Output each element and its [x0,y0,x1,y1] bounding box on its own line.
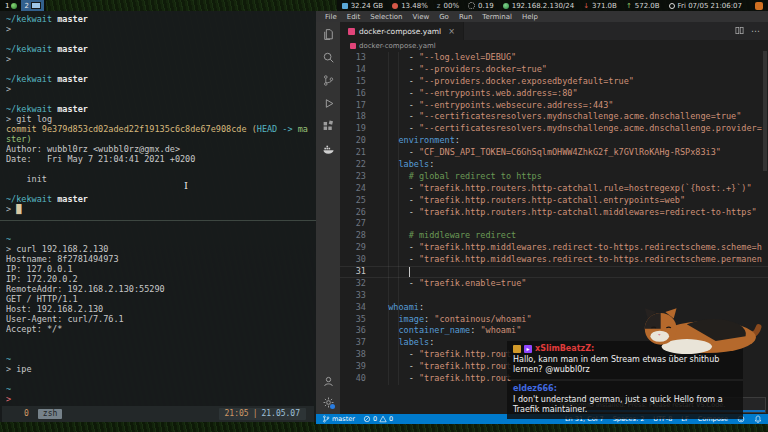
menu-run[interactable]: Run [454,13,477,21]
code-text: image: "containous/whoami" [378,314,532,326]
workspace-1[interactable]: 1 [2,0,20,11]
terminal-line: > curl 192.168.2.130 [6,244,314,254]
cat-image [628,298,768,354]
gift-badge-icon [513,345,521,353]
terminal-line [6,344,314,354]
stat-value: 0.19 [478,2,494,10]
stat-memory: 32.24 GB [342,2,384,10]
line-number: 35 [340,314,378,326]
line-number: 37 [340,337,378,349]
extensions-icon[interactable] [321,119,335,133]
terminal-line: > ipe [6,364,314,374]
terminal-line: > git log [6,114,314,124]
menu-terminal[interactable]: Terminal [477,13,517,21]
activity-bar [316,22,340,414]
globe-icon [11,3,17,9]
workspace-label: 1 [5,2,9,10]
terminal-line [6,164,314,174]
code-text: - "traefik.http.routers.http-catchall.en… [378,195,685,207]
code-line: 19 - "--certificatesresolvers.mydnschall… [340,123,768,135]
code-line: 31 [340,266,768,278]
line-number: 40 [340,373,378,385]
line-number: 39 [340,361,378,373]
download-icon: ↓ [583,3,589,9]
breadcrumb[interactable]: docker-compose.yaml [340,40,768,51]
menu-view[interactable]: View [408,13,435,21]
terminal-line [6,64,314,74]
editor-scrollbar[interactable] [763,51,767,171]
source-control-icon[interactable] [321,73,335,87]
line-number: 20 [340,135,378,147]
account-icon[interactable] [321,374,335,388]
vscode-menu-bar: FileEditSelectionViewGoRunTerminalHelp [316,11,768,22]
terminal-line: Author: wubbl0rz <wubbl0rz@gmx.de> [6,144,314,154]
code-text: - "CF_DNS_API_TOKEN=C6GhSqlmOHWW4ZhkG2f_… [378,147,721,159]
code-line: 23 # global redirect to https [340,171,768,183]
more-actions-icon[interactable]: ⋯ [751,26,760,36]
chat-username: xSlimBeatzZ: [535,344,594,354]
clock-icon [669,3,675,9]
menu-edit[interactable]: Edit [342,13,366,21]
line-number: 34 [340,302,378,314]
terminal-line [6,34,314,44]
stat-upload: ↑572.0B [626,2,660,10]
tab-docker-compose[interactable]: docker-compose.yaml × [340,22,464,40]
network-icon [503,3,509,9]
workspace-label: 2 [24,2,28,10]
tmux-separator: | [253,409,258,419]
workspace-2[interactable]: 2 [21,0,43,11]
tmux-window-index[interactable]: 0 [24,409,29,419]
stat-value: 13.48% [401,2,428,10]
code-text: labels: [378,337,434,349]
chat-message-text: Hallo, kann man in dem Stream etwas über… [513,355,737,375]
terminal-pane-top[interactable]: ~/kekwait master> ~/kekwait master> ~/ke… [6,14,314,216]
terminal-line: ~ [6,384,314,394]
tmux-window-name[interactable]: zsh [38,409,62,419]
line-number: 25 [340,195,378,207]
menu-go[interactable]: Go [434,13,454,21]
split-editor-icon[interactable] [735,26,744,37]
run-debug-icon[interactable] [321,96,335,110]
video-badge-icon: ▸ [524,345,532,353]
terminal-line [6,334,314,344]
git-branch-indicator[interactable]: master [322,415,355,423]
docker-icon[interactable] [321,142,335,156]
terminal-window[interactable]: ~/kekwait master> ~/kekwait master> ~/ke… [0,11,316,422]
terminal-line: IP: 172.20.0.2 [6,274,314,284]
code-text: - "--log.level=DEBUG" [378,52,516,64]
code-text: - "--entrypoints.websecure.address=:443" [378,100,613,112]
explorer-icon[interactable] [321,27,335,41]
warning-icon [379,415,387,423]
line-number: 13 [340,52,378,64]
tmux-time: 21:05 [225,409,249,419]
problems-indicator[interactable]: 0 0 [363,415,393,423]
code-text: - "--certificatesresolvers.mydnschalleng… [378,123,762,135]
tmux-clock: 21:05 | 21.05.07 [219,408,306,420]
terminal-line: > █ [6,204,314,214]
line-number: 18 [340,111,378,123]
code-line: 17 - "--entrypoints.websecure.address=:4… [340,100,768,112]
update-badge [330,404,335,409]
stat-clock: Fri 07/05 21:06:07 [669,2,742,10]
terminal-line [6,94,314,104]
bell-icon[interactable] [754,415,762,423]
menu-help[interactable]: Help [517,13,543,21]
code-text [378,266,383,278]
branch-icon [322,415,330,423]
code-text: container_name: "whoami" [378,325,521,337]
terminal-line: Hostname: 8f2781494973 [6,254,314,264]
stat-load: 0.19 [468,2,494,10]
tab-close-icon[interactable]: × [448,27,455,36]
terminal-pane-bottom[interactable]: ~> curl 192.168.2.130Hostname: 8f2781494… [6,224,314,406]
menu-selection[interactable]: Selection [365,13,407,21]
menu-file[interactable]: File [320,13,342,21]
stat-network: 192.168.2.130/24 [503,2,574,10]
search-icon[interactable] [321,50,335,64]
terminal-line: > [6,394,314,404]
tmux-pane-divider[interactable] [0,220,316,221]
code-line: 20 environment: [340,135,768,147]
tray-icon[interactable] [755,2,763,10]
code-text: - "--providers.docker=true" [378,64,547,76]
settings-icon[interactable] [321,395,335,409]
code-text: whoami: [378,302,424,314]
